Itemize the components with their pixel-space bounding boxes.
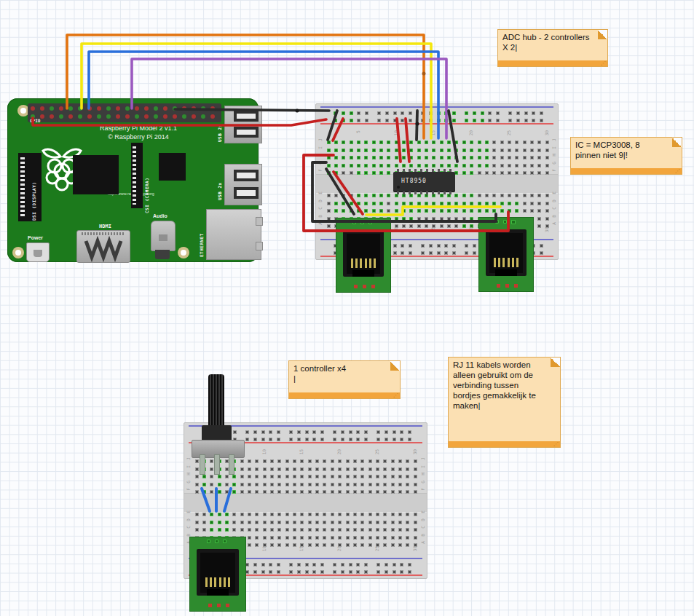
rail-hole[interactable] <box>488 111 492 115</box>
rail-hole[interactable] <box>364 570 368 574</box>
breadboard-hole[interactable] <box>248 513 251 516</box>
rail-hole[interactable] <box>376 570 380 574</box>
breadboard-hole[interactable] <box>350 194 353 197</box>
rail-hole[interactable] <box>393 430 396 434</box>
breadboard-hole[interactable] <box>395 164 398 167</box>
breadboard-hole[interactable] <box>402 209 406 213</box>
breadboard-hole[interactable] <box>323 459 326 463</box>
breadboard-hole[interactable] <box>376 513 379 516</box>
rail-hole[interactable] <box>488 119 492 122</box>
breadboard-hole[interactable] <box>293 528 296 532</box>
breadboard-hole[interactable] <box>383 513 387 516</box>
breadboard-hole[interactable] <box>515 141 518 144</box>
breadboard-hole[interactable] <box>530 194 534 197</box>
rail-hole[interactable] <box>341 563 344 566</box>
breadboard-hole[interactable] <box>210 467 213 471</box>
breadboard-hole[interactable] <box>308 467 312 471</box>
rail-hole[interactable] <box>409 119 412 122</box>
breadboard-hole[interactable] <box>255 490 259 494</box>
breadboard-hole[interactable] <box>285 467 289 471</box>
breadboard-hole[interactable] <box>300 536 304 540</box>
breadboard-hole[interactable] <box>417 202 421 205</box>
breadboard-hole[interactable] <box>387 156 390 159</box>
breadboard-hole[interactable] <box>425 217 428 221</box>
breadboard-hole[interactable] <box>447 141 451 144</box>
rail-hole[interactable] <box>421 111 425 115</box>
breadboard-hole[interactable] <box>331 528 334 532</box>
breadboard-hole[interactable] <box>255 528 259 532</box>
rail-hole[interactable] <box>516 119 520 122</box>
breadboard-hole[interactable] <box>360 521 364 524</box>
breadboard-hole[interactable] <box>432 149 435 152</box>
breadboard-hole[interactable] <box>398 483 402 486</box>
breadboard-hole[interactable] <box>523 209 527 213</box>
breadboard-hole[interactable] <box>293 513 296 516</box>
breadboard-hole[interactable] <box>391 475 395 478</box>
breadboard-hole[interactable] <box>447 156 451 159</box>
rail-hole[interactable] <box>393 570 396 574</box>
breadboard-hole[interactable] <box>470 164 473 167</box>
breadboard-hole[interactable] <box>379 194 383 197</box>
note-resize-grip[interactable]: ⋰ <box>553 441 559 447</box>
breadboard-hole[interactable] <box>432 202 435 205</box>
breadboard-hole[interactable] <box>523 171 527 175</box>
breadboard-hole[interactable] <box>372 202 376 205</box>
rail-hole[interactable] <box>334 111 337 115</box>
breadboard-hole[interactable] <box>342 141 345 144</box>
breadboard-hole[interactable] <box>454 164 458 167</box>
breadboard-hole[interactable] <box>334 202 338 205</box>
breadboard-hole[interactable] <box>255 543 259 547</box>
breadboard-hole[interactable] <box>218 490 221 494</box>
breadboard-hole[interactable] <box>323 536 326 540</box>
breadboard-hole[interactable] <box>537 194 541 197</box>
breadboard-hole[interactable] <box>210 521 213 524</box>
breadboard-hole[interactable] <box>277 467 281 471</box>
breadboard-hole[interactable] <box>379 164 383 167</box>
gpio-pin[interactable] <box>87 114 92 119</box>
breadboard-hole[interactable] <box>225 528 229 532</box>
breadboard-hole[interactable] <box>334 171 338 175</box>
breadboard-hole[interactable] <box>417 224 421 228</box>
breadboard-hole[interactable] <box>530 141 534 144</box>
breadboard-hole[interactable] <box>225 521 229 524</box>
breadboard-hole[interactable] <box>454 156 458 159</box>
breadboard-hole[interactable] <box>195 513 199 516</box>
breadboard-hole[interactable] <box>263 475 267 478</box>
breadboard-hole[interactable] <box>508 209 511 213</box>
breadboard-hole[interactable] <box>293 459 296 463</box>
breadboard-hole[interactable] <box>232 513 236 516</box>
rail-hole[interactable] <box>516 111 520 115</box>
gpio-pin[interactable] <box>59 114 63 119</box>
breadboard-hole[interactable] <box>270 536 274 540</box>
breadboard-hole[interactable] <box>353 513 357 516</box>
breadboard-hole[interactable] <box>425 224 428 228</box>
breadboard-hole[interactable] <box>376 490 379 494</box>
breadboard-hole[interactable] <box>315 483 319 486</box>
breadboard-hole[interactable] <box>327 209 331 213</box>
breadboard-hole[interactable] <box>350 171 353 175</box>
breadboard-hole[interactable] <box>368 459 372 463</box>
gpio-pin[interactable] <box>31 106 35 111</box>
breadboard-hole[interactable] <box>391 528 395 532</box>
rail-hole[interactable] <box>401 111 404 115</box>
breadboard-hole[interactable] <box>537 209 541 213</box>
rail-hole[interactable] <box>444 119 448 122</box>
breadboard-hole[interactable] <box>293 467 296 471</box>
rail-hole[interactable] <box>342 111 345 115</box>
breadboard-hole[interactable] <box>515 149 518 152</box>
breadboard-hole[interactable] <box>398 513 402 516</box>
breadboard-hole[interactable] <box>417 156 421 159</box>
breadboard-hole[interactable] <box>315 490 319 494</box>
breadboard-hole[interactable] <box>195 467 199 471</box>
breadboard-hole[interactable] <box>432 156 435 159</box>
breadboard-hole[interactable] <box>270 513 274 516</box>
breadboard-hole[interactable] <box>406 543 409 547</box>
rail-hole[interactable] <box>452 244 456 248</box>
breadboard-hole[interactable] <box>255 521 259 524</box>
rail-hole[interactable] <box>376 430 380 434</box>
breadboard-hole[interactable] <box>323 543 326 547</box>
breadboard-hole[interactable] <box>515 202 518 205</box>
breadboard-hole[interactable] <box>379 171 383 175</box>
rail-hole[interactable] <box>465 251 468 255</box>
breadboard-hole[interactable] <box>387 194 390 197</box>
